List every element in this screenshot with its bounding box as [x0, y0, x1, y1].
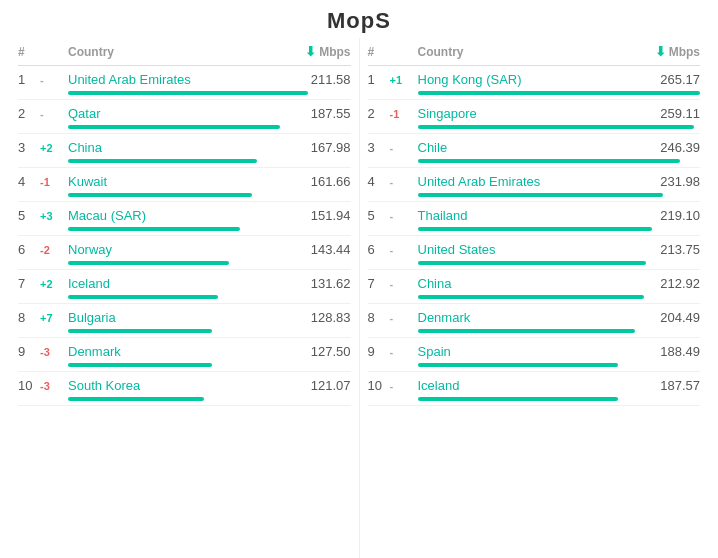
page-title: MopS — [0, 0, 718, 38]
tables-container: # Country ⬇ Mbps 1 - United Arab Emirate… — [0, 38, 718, 558]
right-table-header: # Country ⬇ Mbps — [368, 38, 701, 66]
speed-bar — [418, 227, 652, 231]
speed-bar-container — [418, 329, 701, 333]
speed-bar-container — [418, 125, 701, 129]
country-name: Bulgaria — [68, 310, 281, 325]
speed-bar — [418, 397, 619, 401]
table-row: 6 - United States 213.75 — [368, 236, 701, 270]
mbps-value: 121.07 — [281, 378, 351, 393]
table-row: 2 -1 Singapore 259.11 — [368, 100, 701, 134]
rank-number: 7 — [18, 276, 40, 291]
table-row: 8 - Denmark 204.49 — [368, 304, 701, 338]
left-download-icon: ⬇ — [305, 44, 316, 59]
country-name: Macau (SAR) — [68, 208, 281, 223]
rank-change: - — [390, 244, 418, 256]
rank-number: 10 — [368, 378, 390, 393]
rank-change: - — [390, 278, 418, 290]
rank-change: - — [390, 176, 418, 188]
speed-bar-container — [68, 397, 351, 401]
speed-bar — [68, 363, 212, 367]
speed-bar-container — [418, 295, 701, 299]
mbps-value: 131.62 — [281, 276, 351, 291]
rank-number: 1 — [368, 72, 390, 87]
speed-bar — [68, 125, 280, 129]
speed-bar-container — [418, 261, 701, 265]
right-table-section: # Country ⬇ Mbps 1 +1 Hong Kong (SAR) 26… — [359, 38, 709, 558]
left-table-header: # Country ⬇ Mbps — [18, 38, 351, 66]
mbps-value: 219.10 — [630, 208, 700, 223]
rank-change: - — [40, 74, 68, 86]
rank-change: - — [40, 108, 68, 120]
rank-number: 6 — [368, 242, 390, 257]
table-row: 5 - Thailand 219.10 — [368, 202, 701, 236]
country-name: Iceland — [68, 276, 281, 291]
country-name: Hong Kong (SAR) — [418, 72, 631, 87]
speed-bar-container — [68, 125, 351, 129]
rank-change: -1 — [390, 108, 418, 120]
rank-number: 4 — [368, 174, 390, 189]
country-name: United States — [418, 242, 631, 257]
speed-bar-container — [68, 363, 351, 367]
mbps-value: 211.58 — [281, 72, 351, 87]
speed-bar-container — [68, 227, 351, 231]
mbps-value: 188.49 — [630, 344, 700, 359]
country-name: United Arab Emirates — [68, 72, 281, 87]
rank-number: 9 — [368, 344, 390, 359]
speed-bar-container — [418, 397, 701, 401]
country-name: Chile — [418, 140, 631, 155]
table-row: 1 +1 Hong Kong (SAR) 265.17 — [368, 66, 701, 100]
country-name: South Korea — [68, 378, 281, 393]
speed-bar — [68, 91, 308, 95]
country-name: Denmark — [68, 344, 281, 359]
right-country-header: Country — [418, 45, 631, 59]
country-name: Norway — [68, 242, 281, 257]
speed-bar — [418, 261, 647, 265]
rank-number: 8 — [18, 310, 40, 325]
country-name: Spain — [418, 344, 631, 359]
rank-change: - — [390, 142, 418, 154]
speed-bar-container — [418, 227, 701, 231]
rank-number: 3 — [368, 140, 390, 155]
speed-bar-container — [68, 295, 351, 299]
speed-bar-container — [418, 193, 701, 197]
right-rank-header: # — [368, 45, 390, 59]
country-name: United Arab Emirates — [418, 174, 631, 189]
table-row: 10 - Iceland 187.57 — [368, 372, 701, 406]
left-table-section: # Country ⬇ Mbps 1 - United Arab Emirate… — [10, 38, 359, 558]
mbps-value: 231.98 — [630, 174, 700, 189]
speed-bar-container — [68, 159, 351, 163]
rank-change: +7 — [40, 312, 68, 324]
rank-number: 3 — [18, 140, 40, 155]
speed-bar — [418, 193, 664, 197]
table-row: 9 - Spain 188.49 — [368, 338, 701, 372]
rank-change: +2 — [40, 278, 68, 290]
speed-bar — [68, 227, 240, 231]
country-name: Iceland — [418, 378, 631, 393]
table-row: 8 +7 Bulgaria 128.83 — [18, 304, 351, 338]
mbps-value: 265.17 — [630, 72, 700, 87]
mbps-value: 151.94 — [281, 208, 351, 223]
country-name: Qatar — [68, 106, 281, 121]
table-row: 5 +3 Macau (SAR) 151.94 — [18, 202, 351, 236]
country-name: Kuwait — [68, 174, 281, 189]
speed-bar — [68, 397, 204, 401]
table-row: 4 -1 Kuwait 161.66 — [18, 168, 351, 202]
rank-number: 8 — [368, 310, 390, 325]
table-row: 3 +2 China 167.98 — [18, 134, 351, 168]
speed-bar-container — [418, 91, 701, 95]
rank-change: -3 — [40, 380, 68, 392]
rank-number: 2 — [18, 106, 40, 121]
country-name: China — [418, 276, 631, 291]
mbps-value: 161.66 — [281, 174, 351, 189]
table-row: 7 +2 Iceland 131.62 — [18, 270, 351, 304]
speed-bar-container — [68, 261, 351, 265]
table-row: 4 - United Arab Emirates 231.98 — [368, 168, 701, 202]
speed-bar-container — [68, 193, 351, 197]
speed-bar-container — [68, 329, 351, 333]
table-row: 9 -3 Denmark 127.50 — [18, 338, 351, 372]
speed-bar-container — [418, 159, 701, 163]
table-row: 7 - China 212.92 — [368, 270, 701, 304]
mbps-value: 212.92 — [630, 276, 700, 291]
table-row: 6 -2 Norway 143.44 — [18, 236, 351, 270]
mbps-value: 187.57 — [630, 378, 700, 393]
